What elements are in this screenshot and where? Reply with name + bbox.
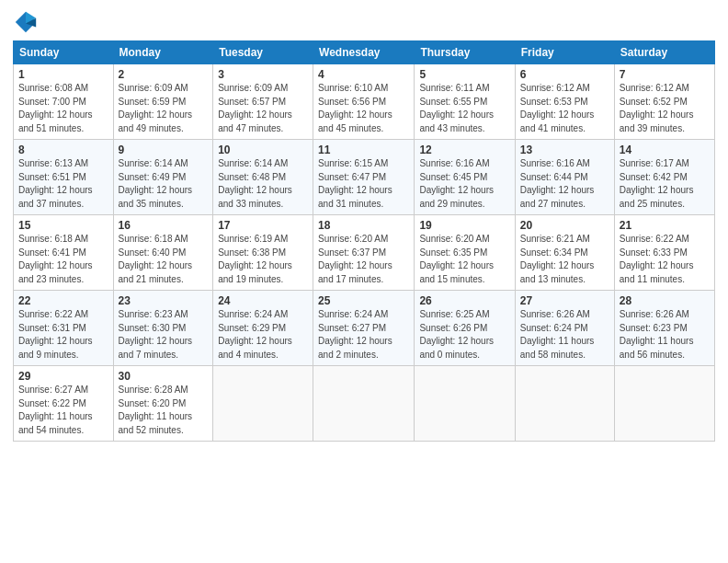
day-cell: 15 Sunrise: 6:18 AMSunset: 6:41 PMDaylig… [14, 215, 114, 291]
header-row: SundayMondayTuesdayWednesdayThursdayFrid… [14, 41, 715, 64]
day-info: Sunrise: 6:08 AMSunset: 7:00 PMDaylight:… [18, 83, 93, 133]
day-number: 15 [18, 219, 108, 232]
day-cell: 25 Sunrise: 6:24 AMSunset: 6:27 PMDaylig… [313, 291, 415, 366]
day-info: Sunrise: 6:09 AMSunset: 6:57 PMDaylight:… [218, 83, 292, 133]
day-info: Sunrise: 6:24 AMSunset: 6:29 PMDaylight:… [218, 309, 292, 360]
day-cell: 20 Sunrise: 6:21 AMSunset: 6:34 PMDaylig… [515, 215, 614, 291]
day-info: Sunrise: 6:20 AMSunset: 6:37 PMDaylight:… [318, 234, 392, 284]
day-info: Sunrise: 6:14 AMSunset: 6:49 PMDaylight:… [119, 158, 193, 209]
day-cell [415, 366, 515, 442]
day-number: 29 [18, 370, 108, 383]
day-number: 22 [18, 294, 108, 307]
day-cell: 9 Sunrise: 6:14 AMSunset: 6:49 PMDayligh… [113, 140, 213, 215]
day-info: Sunrise: 6:12 AMSunset: 6:52 PMDaylight:… [620, 83, 694, 133]
day-cell: 1 Sunrise: 6:08 AMSunset: 7:00 PMDayligh… [14, 64, 114, 140]
day-number: 25 [318, 294, 409, 307]
day-cell: 7 Sunrise: 6:12 AMSunset: 6:52 PMDayligh… [614, 64, 714, 140]
day-cell: 17 Sunrise: 6:19 AMSunset: 6:38 PMDaylig… [213, 215, 313, 291]
day-number: 18 [318, 219, 409, 232]
day-info: Sunrise: 6:26 AMSunset: 6:23 PMDaylight:… [620, 309, 694, 360]
day-cell: 24 Sunrise: 6:24 AMSunset: 6:29 PMDaylig… [213, 291, 313, 366]
week-row-1: 1 Sunrise: 6:08 AMSunset: 7:00 PMDayligh… [14, 64, 715, 140]
day-info: Sunrise: 6:20 AMSunset: 6:35 PMDaylight:… [419, 234, 494, 284]
logo-icon [13, 9, 39, 35]
day-number: 23 [119, 294, 209, 307]
day-info: Sunrise: 6:24 AMSunset: 6:27 PMDaylight:… [318, 309, 392, 360]
day-info: Sunrise: 6:18 AMSunset: 6:41 PMDaylight:… [18, 234, 93, 284]
header-cell-sunday: Sunday [14, 41, 114, 64]
week-row-2: 8 Sunrise: 6:13 AMSunset: 6:51 PMDayligh… [14, 140, 715, 215]
header-cell-saturday: Saturday [614, 41, 714, 64]
day-info: Sunrise: 6:21 AMSunset: 6:34 PMDaylight:… [520, 234, 595, 284]
day-number: 21 [620, 219, 710, 232]
day-cell: 22 Sunrise: 6:22 AMSunset: 6:31 PMDaylig… [14, 291, 114, 366]
day-cell: 28 Sunrise: 6:26 AMSunset: 6:23 PMDaylig… [614, 291, 714, 366]
day-cell [313, 366, 415, 442]
day-number: 24 [218, 294, 308, 307]
day-info: Sunrise: 6:16 AMSunset: 6:45 PMDaylight:… [419, 158, 494, 209]
day-cell: 2 Sunrise: 6:09 AMSunset: 6:59 PMDayligh… [113, 64, 213, 140]
day-cell: 5 Sunrise: 6:11 AMSunset: 6:55 PMDayligh… [415, 64, 515, 140]
day-number: 7 [620, 68, 710, 81]
day-info: Sunrise: 6:17 AMSunset: 6:42 PMDaylight:… [620, 158, 694, 209]
calendar-table: SundayMondayTuesdayWednesdayThursdayFrid… [13, 40, 715, 442]
day-number: 14 [620, 144, 710, 156]
day-number: 1 [18, 68, 108, 81]
day-number: 6 [520, 68, 609, 81]
day-cell: 12 Sunrise: 6:16 AMSunset: 6:45 PMDaylig… [415, 140, 515, 215]
day-cell: 4 Sunrise: 6:10 AMSunset: 6:56 PMDayligh… [313, 64, 415, 140]
week-row-4: 22 Sunrise: 6:22 AMSunset: 6:31 PMDaylig… [14, 291, 715, 366]
day-cell: 16 Sunrise: 6:18 AMSunset: 6:40 PMDaylig… [113, 215, 213, 291]
day-cell: 13 Sunrise: 6:16 AMSunset: 6:44 PMDaylig… [515, 140, 614, 215]
day-info: Sunrise: 6:28 AMSunset: 6:20 PMDaylight:… [119, 385, 193, 435]
day-number: 20 [520, 219, 609, 232]
day-info: Sunrise: 6:16 AMSunset: 6:44 PMDaylight:… [520, 158, 595, 209]
day-info: Sunrise: 6:15 AMSunset: 6:47 PMDaylight:… [318, 158, 392, 209]
page-container: SundayMondayTuesdayWednesdayThursdayFrid… [0, 0, 728, 451]
day-number: 13 [520, 144, 609, 156]
day-cell: 27 Sunrise: 6:26 AMSunset: 6:24 PMDaylig… [515, 291, 614, 366]
day-number: 11 [318, 144, 409, 156]
day-info: Sunrise: 6:10 AMSunset: 6:56 PMDaylight:… [318, 83, 392, 133]
day-info: Sunrise: 6:26 AMSunset: 6:24 PMDaylight:… [520, 309, 595, 360]
day-cell: 29 Sunrise: 6:27 AMSunset: 6:22 PMDaylig… [14, 366, 114, 442]
day-number: 26 [419, 294, 509, 307]
day-cell: 26 Sunrise: 6:25 AMSunset: 6:26 PMDaylig… [415, 291, 515, 366]
day-number: 8 [18, 144, 108, 156]
day-number: 10 [218, 144, 308, 156]
day-cell: 18 Sunrise: 6:20 AMSunset: 6:37 PMDaylig… [313, 215, 415, 291]
day-info: Sunrise: 6:14 AMSunset: 6:48 PMDaylight:… [218, 158, 292, 209]
day-cell: 21 Sunrise: 6:22 AMSunset: 6:33 PMDaylig… [614, 215, 714, 291]
day-cell: 23 Sunrise: 6:23 AMSunset: 6:30 PMDaylig… [113, 291, 213, 366]
day-info: Sunrise: 6:25 AMSunset: 6:26 PMDaylight:… [419, 309, 494, 360]
day-cell: 6 Sunrise: 6:12 AMSunset: 6:53 PMDayligh… [515, 64, 614, 140]
day-number: 12 [419, 144, 509, 156]
day-info: Sunrise: 6:23 AMSunset: 6:30 PMDaylight:… [119, 309, 193, 360]
day-number: 2 [119, 68, 209, 81]
day-number: 19 [419, 219, 509, 232]
day-cell: 30 Sunrise: 6:28 AMSunset: 6:20 PMDaylig… [113, 366, 213, 442]
header-cell-wednesday: Wednesday [313, 41, 415, 64]
day-info: Sunrise: 6:22 AMSunset: 6:33 PMDaylight:… [620, 234, 694, 284]
day-cell: 14 Sunrise: 6:17 AMSunset: 6:42 PMDaylig… [614, 140, 714, 215]
day-number: 27 [520, 294, 609, 307]
day-cell [614, 366, 714, 442]
week-row-5: 29 Sunrise: 6:27 AMSunset: 6:22 PMDaylig… [14, 366, 715, 442]
day-number: 4 [318, 68, 409, 81]
day-info: Sunrise: 6:18 AMSunset: 6:40 PMDaylight:… [119, 234, 193, 284]
day-info: Sunrise: 6:22 AMSunset: 6:31 PMDaylight:… [18, 309, 93, 360]
header-cell-thursday: Thursday [415, 41, 515, 64]
day-info: Sunrise: 6:27 AMSunset: 6:22 PMDaylight:… [18, 385, 93, 435]
header-cell-friday: Friday [515, 41, 614, 64]
day-number: 17 [218, 219, 308, 232]
day-cell: 8 Sunrise: 6:13 AMSunset: 6:51 PMDayligh… [14, 140, 114, 215]
day-number: 9 [119, 144, 209, 156]
day-number: 16 [119, 219, 209, 232]
day-info: Sunrise: 6:11 AMSunset: 6:55 PMDaylight:… [419, 83, 494, 133]
week-row-3: 15 Sunrise: 6:18 AMSunset: 6:41 PMDaylig… [14, 215, 715, 291]
day-cell: 11 Sunrise: 6:15 AMSunset: 6:47 PMDaylig… [313, 140, 415, 215]
day-info: Sunrise: 6:13 AMSunset: 6:51 PMDaylight:… [18, 158, 93, 209]
page-header [13, 9, 715, 35]
day-cell: 19 Sunrise: 6:20 AMSunset: 6:35 PMDaylig… [415, 215, 515, 291]
day-number: 30 [119, 370, 209, 383]
